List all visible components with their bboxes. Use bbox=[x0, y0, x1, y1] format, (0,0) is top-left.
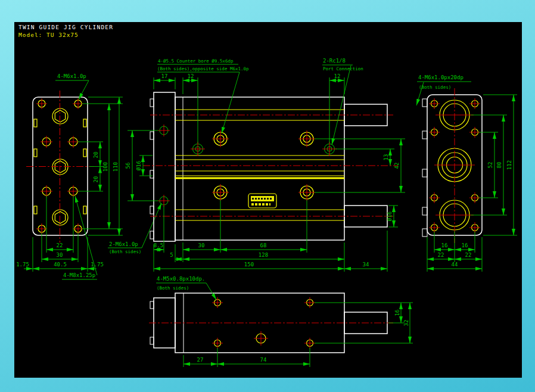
dim-12-left: 12 bbox=[188, 73, 194, 79]
dim-22b: 22 bbox=[465, 252, 472, 258]
dim-56: 56 bbox=[125, 163, 131, 169]
callout-m6x20-note: (Both sides) bbox=[419, 85, 451, 90]
dim-112: 112 bbox=[506, 160, 512, 170]
dim-34: 34 bbox=[363, 262, 369, 267]
dim-42: 42 bbox=[394, 163, 400, 169]
dim-rod-dia: Ø16 bbox=[136, 161, 142, 170]
callout-port-line1: 2-Rc1/8 bbox=[323, 58, 346, 64]
callout-port-line2: Port Connection bbox=[323, 66, 363, 71]
dim-27: 27 bbox=[197, 357, 204, 363]
dim-12-right: 12 bbox=[334, 73, 341, 79]
dim-128: 128 bbox=[259, 252, 268, 258]
callout-m5: 4-M5x0.8px10dp. bbox=[157, 276, 205, 282]
dim-150: 150 bbox=[244, 262, 254, 267]
dim-44: 44 bbox=[452, 262, 458, 267]
dim-30: 30 bbox=[57, 252, 63, 258]
callout-counterbore-line1: 4-Ø5.5 Counter bore Ø9.5x6dp bbox=[158, 58, 234, 64]
cad-viewer-window: TWIN GUIDE JIG CYLINDER Model: TU 32x75 bbox=[0, 0, 535, 392]
dim-16b: 16 bbox=[462, 242, 468, 248]
dim-30b: 30 bbox=[198, 242, 205, 248]
dim-22: 22 bbox=[57, 242, 63, 248]
dim-80: 80 bbox=[496, 162, 502, 169]
callout-2m6: 2-M6x1.0p bbox=[109, 241, 138, 247]
dim-17: 17 bbox=[161, 73, 168, 79]
dim-68: 68 bbox=[260, 242, 267, 248]
dim-1-75-left: 1.75 bbox=[16, 262, 29, 267]
dim-22a: 22 bbox=[438, 252, 444, 258]
dim-52: 52 bbox=[487, 162, 493, 169]
dim-20-upper: 20 bbox=[93, 152, 99, 158]
dim-40-5: 40.5 bbox=[54, 262, 67, 267]
dim-110: 110 bbox=[113, 162, 119, 172]
cad-drawing-canvas: TWIN GUIDE JIG CYLINDER Model: TU 32x75 bbox=[0, 0, 535, 392]
dim-20-lower: 20 bbox=[93, 176, 99, 183]
callout-counterbore-line2: (Both sides),opposite side M6x1.0p bbox=[157, 66, 249, 71]
drawing-model: Model: TU 32x75 bbox=[18, 32, 79, 38]
dim-100: 100 bbox=[102, 162, 108, 172]
callout-m8: 4-M8x1.25p bbox=[63, 272, 95, 278]
dim-5: 5 bbox=[170, 252, 173, 258]
dim-16a: 16 bbox=[441, 242, 448, 248]
dim-32: 32 bbox=[403, 320, 409, 326]
dim-rod-dia2: Ø16 bbox=[387, 211, 393, 221]
dim-74: 74 bbox=[260, 357, 267, 363]
callout-2m6-note: (Both sides) bbox=[109, 249, 141, 254]
dim-13: 13 bbox=[383, 154, 389, 161]
dim-1-75-right: 1.75 bbox=[91, 262, 104, 267]
dim-8-5: 8.5 bbox=[154, 242, 163, 248]
callout-m5-note: (Both sides) bbox=[157, 285, 189, 291]
dim-16: 16 bbox=[394, 310, 400, 316]
callout-m6x20: 4-M6x1.0px20dp bbox=[418, 74, 464, 80]
drawing-title: TWIN GUIDE JIG CYLINDER bbox=[18, 24, 113, 30]
callout-m6: 4-M6x1.0p bbox=[57, 73, 86, 79]
